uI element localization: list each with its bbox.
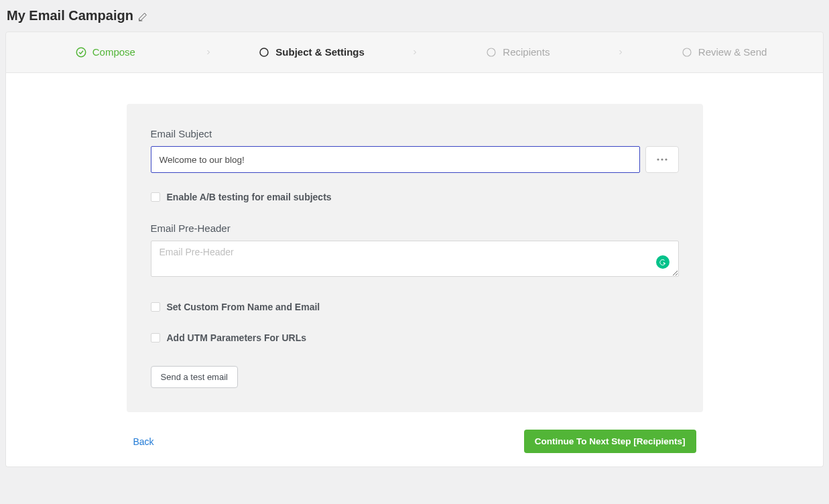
ab-testing-label: Enable A/B testing for email subjects [167,192,332,202]
subject-more-button[interactable] [645,146,679,173]
utm-label: Add UTM Parameters For URLs [167,332,306,343]
email-subject-input[interactable] [151,146,640,173]
settings-panel: Email Subject Enable A/B testing for ema… [127,104,703,412]
step-label: Subject & Settings [275,46,365,58]
custom-from-label: Set Custom From Name and Email [167,302,320,312]
page-title-row: My Email Campaign [0,0,829,32]
continue-button[interactable]: Continue To Next Step [Recipients] [524,430,696,453]
custom-from-checkbox[interactable] [151,302,160,312]
svg-point-0 [76,48,86,57]
chevron-right-icon [204,48,212,56]
svg-point-3 [683,48,691,56]
chevron-right-icon [617,48,625,56]
grammarly-badge[interactable] [656,255,669,269]
panel-container: Email Subject Enable A/B testing for ema… [5,73,824,467]
ab-testing-checkbox-row[interactable]: Enable A/B testing for email subjects [151,192,332,202]
utm-checkbox[interactable] [151,333,160,342]
page-title: My Email Campaign [7,8,133,23]
check-circle-icon [75,46,87,58]
send-test-email-button[interactable]: Send a test email [151,366,238,388]
step-label: Recipients [503,46,550,58]
custom-from-checkbox-row[interactable]: Set Custom From Name and Email [151,302,320,312]
svg-point-5 [661,158,663,160]
pencil-icon [137,11,148,22]
step-compose[interactable]: Compose [6,46,204,58]
email-subject-label: Email Subject [151,128,679,139]
step-label: Review & Send [698,46,767,58]
ab-testing-checkbox[interactable] [151,192,160,202]
step-subject-settings[interactable]: Subject & Settings [212,46,411,58]
circle-icon [258,46,270,58]
footer-row: Back Continue To Next Step [Recipients] [127,430,703,453]
edit-title-button[interactable] [137,11,148,22]
preheader-textarea[interactable] [151,241,679,277]
svg-point-2 [487,48,495,56]
utm-checkbox-row[interactable]: Add UTM Parameters For URLs [151,332,306,343]
chevron-right-icon [411,48,419,56]
circle-icon [485,46,497,58]
circle-icon [681,46,693,58]
ellipsis-icon [657,158,667,161]
stepper: Compose Subject & Settings Recipients Re… [5,32,824,73]
step-review-send[interactable]: Review & Send [625,46,823,58]
grammarly-icon [659,258,667,266]
step-label: Compose [92,46,135,58]
svg-point-1 [260,48,268,56]
back-link[interactable]: Back [133,436,154,447]
svg-point-6 [665,158,667,160]
svg-point-4 [657,158,659,160]
preheader-label: Email Pre-Header [151,223,679,234]
step-recipients[interactable]: Recipients [419,46,617,58]
